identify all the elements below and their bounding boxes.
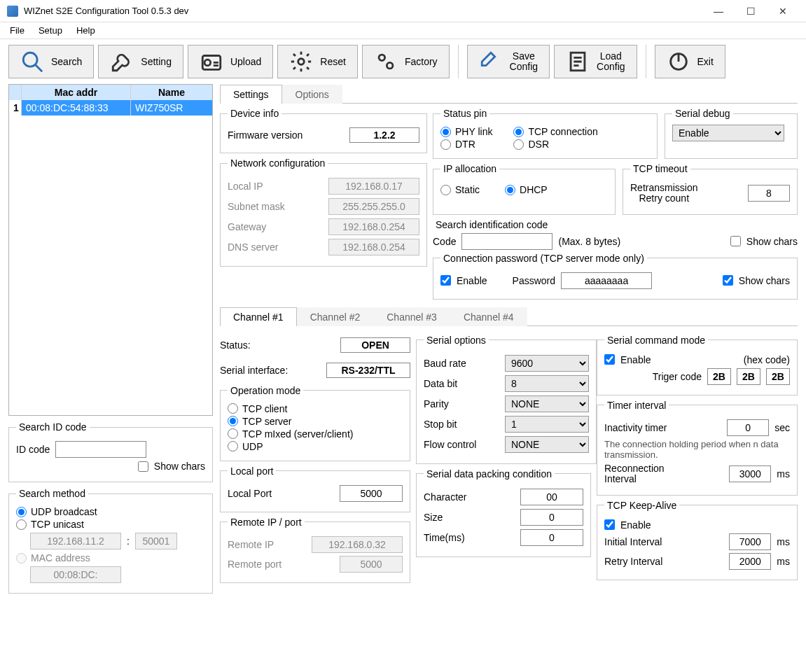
table-row[interactable]: 1 00:08:DC:54:88:33 WIZ750SR [9, 100, 212, 115]
mac-address-radio [16, 553, 27, 564]
svg-point-4 [298, 59, 305, 65]
serial-debug-group: Serial debug Enable [665, 108, 798, 159]
conn-pw-show-checkbox[interactable] [723, 275, 733, 286]
channel-tabs: Channel #1 Channel #2 Channel #3 Channel… [220, 307, 798, 326]
op-mode-group: Operation mode TCP client TCP server TCP… [220, 385, 410, 461]
packing-group: Serial data packing condition Character … [416, 468, 591, 557]
pack-size-input[interactable] [520, 509, 583, 526]
tcp-port-input [135, 533, 177, 550]
gateway-input [328, 218, 419, 235]
tcp-unicast-radio[interactable] [16, 519, 27, 530]
tab-channel-3[interactable]: Channel #3 [373, 307, 450, 326]
databit-select[interactable]: 8 [505, 375, 589, 392]
conn-pw-input[interactable] [561, 272, 652, 289]
exit-button[interactable]: Exit [655, 45, 725, 78]
serial-options-group: Serial options Baud rate9600 Data bit8 P… [416, 335, 597, 464]
stopbit-select[interactable]: 1 [505, 416, 589, 433]
remote-group: Remote IP / port Remote IP Remote port [220, 517, 410, 583]
minimize-button[interactable]: — [702, 0, 735, 22]
col-mac: Mac addr [22, 85, 131, 100]
conn-pw-enable-checkbox[interactable] [440, 275, 451, 286]
dtr-radio[interactable] [440, 139, 451, 150]
dsr-radio[interactable] [513, 139, 524, 150]
id-code-input[interactable] [55, 441, 146, 458]
reset-button[interactable]: Reset [277, 45, 358, 78]
pencil-icon [479, 50, 503, 74]
window-title: WIZnet S2E Configuration Tool 0.5.3 dev [24, 6, 702, 16]
tcp-server-radio[interactable] [228, 416, 238, 426]
udp-radio[interactable] [228, 441, 238, 451]
network-config-group: Network configuration Local IP Subnet ma… [220, 158, 427, 267]
col-name: Name [131, 85, 212, 100]
close-button[interactable]: ✕ [767, 0, 799, 22]
local-port-group: Local port Local Port [220, 465, 410, 512]
status-pin-group: Status pin PHY link DTR TCP connection D… [433, 108, 658, 159]
menu-setup[interactable]: Setup [39, 25, 62, 36]
tcp-conn-radio[interactable] [513, 127, 524, 137]
search-id-code-group: Search ID code ID code Show chars [8, 421, 213, 482]
tab-options[interactable]: Options [282, 85, 342, 104]
reconnection-input[interactable] [729, 465, 771, 482]
menu-bar: File Setup Help [0, 22, 806, 39]
dhcp-radio[interactable] [505, 185, 515, 195]
ip-alloc-group: IP allocation Static DHCP [433, 163, 616, 215]
retry-count-input[interactable] [748, 185, 790, 202]
search-code-show-checkbox[interactable] [730, 236, 741, 246]
tcp-mixed-radio[interactable] [228, 428, 238, 439]
cmd-enable-checkbox[interactable] [604, 354, 615, 365]
upload-icon [200, 50, 223, 74]
serial-debug-select[interactable]: Enable [672, 125, 784, 141]
phy-link-radio[interactable] [440, 127, 451, 137]
load-config-button[interactable]: LoadConfig [554, 45, 637, 78]
parity-select[interactable]: NONE [505, 396, 589, 412]
app-icon [7, 6, 18, 17]
search-button[interactable]: Search [8, 45, 94, 78]
inactivity-input[interactable] [727, 419, 769, 436]
keepalive-retry-input[interactable] [729, 553, 771, 570]
svg-line-1 [35, 64, 42, 71]
trigger2-input[interactable] [737, 368, 760, 385]
keepalive-init-input[interactable] [729, 533, 771, 550]
wrench-icon [110, 50, 134, 74]
tab-channel-1[interactable]: Channel #1 [220, 307, 297, 326]
tcp-timeout-group: TCP timeout RetransmissionRetry count [623, 163, 798, 215]
tcp-client-radio[interactable] [228, 403, 238, 414]
svg-point-5 [379, 55, 385, 61]
pack-time-input[interactable] [520, 529, 583, 546]
factory-button[interactable]: Factory [362, 45, 450, 78]
static-radio[interactable] [440, 185, 451, 195]
search-icon [20, 50, 44, 74]
upload-button[interactable]: Upload [188, 45, 273, 78]
tab-channel-4[interactable]: Channel #4 [450, 307, 527, 326]
maximize-button[interactable]: ☐ [735, 0, 767, 22]
local-port-input[interactable] [340, 485, 403, 502]
svg-point-3 [204, 59, 211, 66]
search-code-input[interactable] [461, 233, 553, 250]
udp-broadcast-radio[interactable] [16, 507, 27, 517]
save-config-button[interactable]: SaveConfig [467, 45, 550, 78]
dns-input [328, 239, 419, 255]
menu-help[interactable]: Help [76, 25, 95, 36]
svg-point-6 [387, 62, 393, 69]
svg-point-0 [23, 52, 37, 66]
menu-file[interactable]: File [10, 25, 25, 36]
trigger1-input[interactable] [707, 368, 731, 385]
gears-icon [374, 50, 398, 74]
baud-select[interactable]: 9600 [505, 355, 589, 372]
main-tabs: Settings Options [220, 84, 798, 104]
remote-ip-input [312, 536, 403, 553]
trigger3-input[interactable] [766, 368, 790, 385]
id-show-chars-checkbox[interactable] [138, 461, 148, 472]
flow-select[interactable]: NONE [505, 436, 589, 453]
pack-char-input[interactable] [520, 489, 583, 505]
tab-settings[interactable]: Settings [220, 85, 282, 104]
mac-input [30, 566, 121, 583]
gear-icon [289, 50, 313, 74]
serial-interface: RS-232/TTL [326, 363, 410, 378]
tab-channel-2[interactable]: Channel #2 [297, 307, 374, 326]
device-table[interactable]: Mac addr Name 1 00:08:DC:54:88:33 WIZ750… [8, 84, 213, 416]
keepalive-enable-checkbox[interactable] [604, 519, 615, 530]
id-code-label: ID code [16, 444, 50, 455]
setting-button[interactable]: Setting [98, 45, 183, 78]
cmd-mode-group: Serial command mode Enable (hex code) Tr… [597, 335, 798, 396]
